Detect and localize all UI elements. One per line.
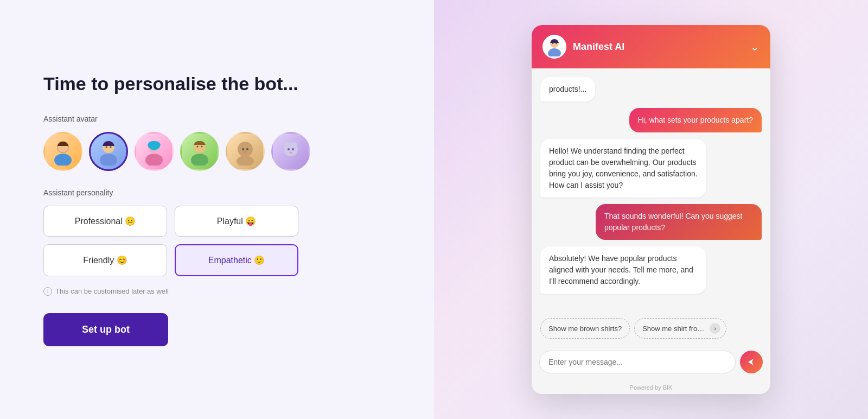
message-3: Hello! We understand finding the perfect… [540, 139, 706, 198]
svg-point-23 [288, 148, 290, 150]
chevron-down-icon[interactable]: ⌄ [750, 40, 760, 53]
svg-point-10 [191, 154, 208, 166]
avatar-5[interactable] [226, 132, 265, 171]
svg-point-1 [54, 154, 72, 166]
chat-title: Manifest AI [573, 41, 624, 53]
info-icon: i [43, 287, 52, 296]
chat-header: Manifest AI ⌄ [532, 25, 770, 68]
chat-bot-avatar [542, 35, 566, 59]
avatar-section: Assistant avatar [43, 115, 310, 171]
personality-empathetic[interactable]: Empathetic 🙂 [175, 244, 298, 276]
chat-widget: Manifest AI ⌄ products!... Hi, what sets… [532, 25, 770, 394]
svg-point-5 [106, 146, 107, 148]
chat-footer: Powered by BIK [532, 381, 770, 394]
personality-grid: Professional 😐 Playful 😛 Friendly 😊 Empa… [43, 206, 298, 276]
chat-send-button[interactable] [740, 351, 763, 373]
svg-point-13 [238, 142, 253, 157]
avatar-6[interactable] [271, 132, 310, 171]
avatar-1[interactable] [43, 132, 82, 171]
svg-point-16 [247, 144, 251, 149]
message-2: Hi, what sets your products apart? [629, 108, 762, 132]
svg-point-12 [201, 145, 203, 147]
personality-section-label: Assistant personality [43, 188, 310, 197]
message-4: That sounds wonderful! Can you suggest p… [596, 204, 762, 240]
svg-point-17 [242, 148, 244, 150]
avatar-2[interactable] [89, 132, 128, 171]
svg-point-21 [284, 142, 290, 148]
avatar-3[interactable] [135, 132, 174, 171]
chat-messages: products!... Hi, what sets your products… [532, 68, 770, 314]
avatar-4[interactable] [180, 132, 219, 171]
setup-bot-button[interactable]: Set up bot [43, 313, 168, 346]
personality-friendly[interactable]: Friendly 😊 [43, 244, 167, 276]
svg-point-28 [552, 43, 553, 44]
customise-note: i This can be customised later as well [43, 287, 310, 296]
svg-point-6 [110, 146, 112, 148]
message-5: Absolutely! We have popular products ali… [540, 246, 706, 294]
left-content: Time to personalise the bot... Assistant… [43, 73, 310, 346]
chat-header-left: Manifest AI [542, 35, 624, 59]
chip-shirt-from[interactable]: Show me shirt from U › [634, 318, 726, 339]
svg-point-25 [290, 151, 292, 153]
page-title: Time to personalise the bot... [43, 73, 310, 95]
avatar-row [43, 132, 310, 171]
chip-brown-shirts[interactable]: Show me brown shirts? [540, 318, 630, 339]
svg-point-22 [292, 142, 297, 148]
svg-point-11 [197, 145, 199, 147]
chat-message-input[interactable] [539, 351, 736, 373]
personality-professional[interactable]: Professional 😐 [43, 206, 167, 237]
message-1: products!... [540, 77, 595, 101]
svg-point-14 [237, 156, 254, 166]
svg-point-8 [145, 154, 163, 166]
chat-input-area [532, 345, 770, 381]
chip-arrow-icon: › [710, 323, 720, 334]
svg-point-15 [239, 144, 244, 149]
svg-point-4 [100, 154, 117, 166]
svg-point-18 [246, 148, 248, 150]
svg-point-29 [556, 43, 557, 44]
personality-playful[interactable]: Playful 😛 [175, 206, 298, 237]
svg-point-27 [548, 48, 561, 56]
svg-point-24 [292, 148, 294, 150]
avatar-section-label: Assistant avatar [43, 115, 310, 123]
personality-section: Assistant personality Professional 😐 Pla… [43, 188, 310, 276]
svg-point-19 [244, 151, 247, 153]
suggestion-chips: Show me brown shirts? Show me shirt from… [532, 314, 770, 345]
right-panel: Manifest AI ⌄ products!... Hi, what sets… [434, 0, 868, 419]
left-panel: Time to personalise the bot... Assistant… [0, 0, 434, 419]
